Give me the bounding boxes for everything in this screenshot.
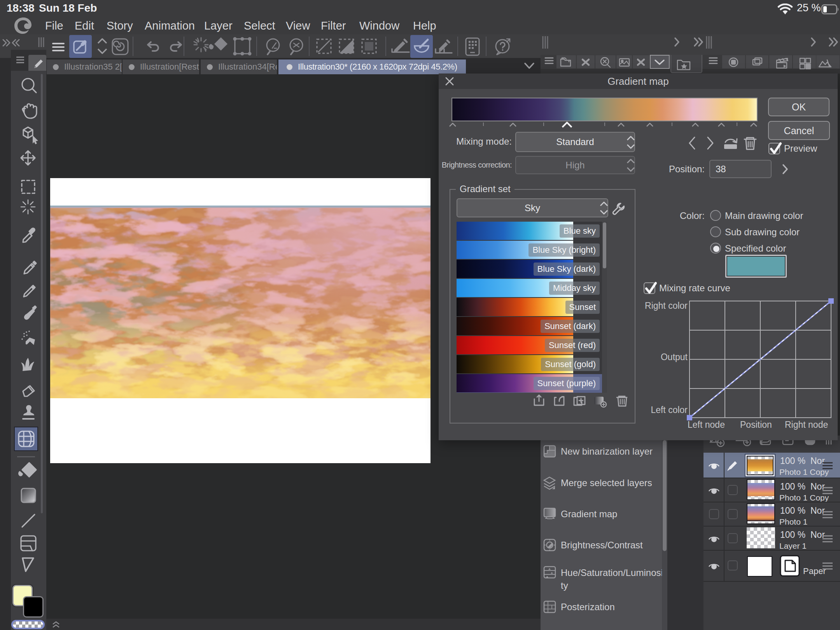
svg-text:New binarization layer: New binarization layer [561, 446, 653, 457]
svg-text:Hue/Saturation/Luminosi: Hue/Saturation/Luminosi [561, 567, 663, 578]
svg-text:Merge selected layers: Merge selected layers [561, 478, 652, 488]
svg-text:Gradient map: Gradient map [561, 509, 617, 519]
svg-text:Brightness/Contrast: Brightness/Contrast [561, 540, 643, 550]
svg-text:Posterization: Posterization [561, 602, 615, 612]
svg-text:ty: ty [561, 580, 568, 591]
